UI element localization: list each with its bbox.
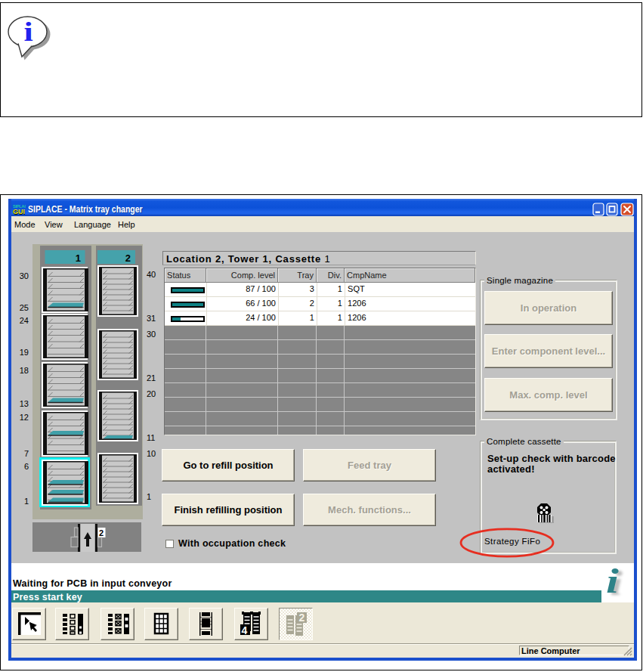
svg-text:30: 30 [147,330,156,339]
svg-text:GUI: GUI [13,208,25,215]
svg-text:7: 7 [24,449,29,458]
svg-text:13: 13 [20,399,29,408]
svg-text:6: 6 [24,462,29,471]
svg-text:18: 18 [20,366,29,375]
svg-text:21: 21 [147,373,156,382]
svg-text:11: 11 [147,433,155,442]
svg-text:25: 25 [20,303,29,312]
svg-text:19: 19 [20,348,29,357]
svg-text:i: i [24,17,33,47]
svg-text:31: 31 [147,314,156,323]
svg-text:1: 1 [147,492,151,501]
svg-text:24: 24 [20,316,29,325]
svg-text:4: 4 [242,624,248,636]
svg-text:20: 20 [147,389,156,398]
svg-text:40: 40 [147,270,156,279]
svg-text:12: 12 [20,413,29,422]
svg-text:2: 2 [125,252,131,264]
svg-text:1: 1 [76,252,81,264]
svg-text:2: 2 [299,612,305,624]
svg-text:30: 30 [20,271,29,280]
svg-text:10: 10 [147,449,156,458]
svg-text:2: 2 [99,528,104,537]
svg-text:1: 1 [24,497,29,506]
